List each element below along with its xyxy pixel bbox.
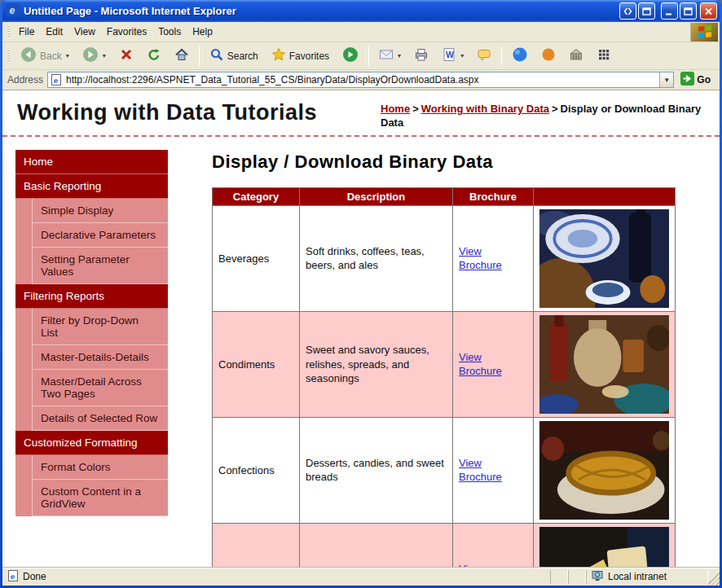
discuss-icon [477,47,491,64]
titlebar[interactable]: e Untitled Page - Microsoft Internet Exp… [2,0,720,22]
intranet-zone-icon [592,570,604,584]
toolbar: Back ▾ ▾ Search Favorites [2,42,720,70]
description-cell: Desserts, candies, and sweet breads [300,417,453,523]
search-label: Search [227,50,258,62]
sidebar-item-format-colors[interactable]: Format Colors [32,455,168,480]
zone-label: Local intranet [608,571,667,582]
stop-button[interactable] [113,44,139,68]
table-row: Condiments Sweet and savory sauces, reli… [213,311,676,417]
breadcrumb-separator: > [549,103,561,115]
forward-button[interactable]: ▾ [77,43,112,68]
search-button[interactable]: Search [204,44,264,68]
sidebar-item-setting-parameter-values[interactable]: Setting Parameter Values [32,248,168,284]
sidebar-item-basic-reporting[interactable]: Basic Reporting [15,174,168,199]
forward-caret-icon: ▾ [103,52,106,59]
media-button[interactable] [337,43,364,68]
sidebar-item-filter-by-dropdown-list[interactable]: Filter by Drop-Down List [32,309,168,345]
menu-file[interactable]: File [13,24,40,40]
go-icon [680,72,694,88]
page-title: Display / Download Binary Data [212,151,703,173]
grid-button[interactable] [591,44,617,68]
ie-logo-icon: e [7,3,20,20]
menu-view[interactable]: View [68,24,101,40]
refresh-icon [147,47,161,64]
address-input[interactable] [64,74,659,86]
sidebar-item-home[interactable]: Home [15,150,168,174]
view-brochure-link[interactable]: View Brochure [459,244,527,273]
edit-word-button[interactable]: W ▾ [436,44,469,68]
resize-grip[interactable] [708,568,720,586]
menu-edit[interactable]: Edit [40,24,68,40]
sidebar-item-master-details-details[interactable]: Master-Details-Details [32,345,168,370]
window-title: Untitled Page - Microsoft Internet Explo… [24,5,615,17]
main-panel: Display / Download Binary Data Category … [212,150,720,567]
edit-caret-icon: ▾ [460,52,464,59]
refresh-button[interactable] [141,44,167,68]
svg-text:e: e [10,4,15,15]
back-label: Back [40,50,62,62]
sidebar-item-details-of-selected-row[interactable]: Details of Selected Row [32,406,168,431]
category-cell: Confections [213,417,300,523]
column-header-category: Category [213,187,300,205]
print-button[interactable] [408,44,434,68]
description-cell: Sweet and savory sauces, relishes, sprea… [300,311,453,417]
breadcrumb-section-link[interactable]: Working with Binary Data [421,103,549,115]
favorites-label: Favorites [289,50,329,62]
column-header-brochure: Brochure [453,187,534,205]
maximize-button[interactable] [680,2,697,20]
window-icon[interactable] [638,2,655,20]
close-button[interactable] [700,2,717,20]
home-button[interactable] [169,44,195,68]
sidebar-item-filtering-reports[interactable]: Filtering Reports [15,284,168,309]
address-label: Address [6,74,43,86]
address-dropdown-button[interactable]: ▼ [659,72,673,87]
orange-tool-button[interactable] [535,44,561,68]
discuss-button[interactable] [471,44,497,68]
minimize-button[interactable] [661,2,678,20]
category-cell: Dairy [213,523,300,567]
breadcrumb-separator: > [410,103,421,115]
site-title: Working with Data Tutorials [17,100,317,125]
bank-icon [569,47,583,64]
back-button[interactable]: Back ▾ [15,43,75,68]
statusbar-pane [550,570,568,584]
menubar: File Edit View Favorites Tools Help [2,22,720,42]
double-chevron-icon[interactable] [619,2,636,20]
column-header-image [534,187,676,205]
beverages-photo [534,205,676,311]
menu-favorites[interactable]: Favorites [101,24,152,40]
menu-tools[interactable]: Tools [152,24,187,40]
favorites-button[interactable]: Favorites [266,44,335,68]
view-brochure-link[interactable]: View Brochure [459,562,527,567]
security-zone: Local intranet [586,570,708,584]
category-cell: Condiments [213,311,300,417]
addressbar: Address e ▼ Go [2,70,720,90]
dairy-photo [534,523,676,567]
table-row: Dairy Cheeses View Brochure [213,523,676,567]
toolbar-grip[interactable] [7,50,10,63]
breadcrumb-home-link[interactable]: Home [381,103,410,115]
menubar-grip[interactable] [7,25,10,38]
view-brochure-link[interactable]: View Brochure [459,350,527,379]
messenger-button[interactable] [506,43,534,68]
sidebar-item-custom-content-gridview[interactable]: Custom Content in a GridView [32,480,168,516]
mail-button[interactable]: ▾ [373,44,407,68]
condiments-photo [534,311,676,417]
go-button[interactable]: Go [678,70,716,90]
bank-button[interactable] [563,44,589,68]
mail-icon [379,47,394,64]
column-header-description: Description [300,187,453,205]
toolbar-separator [368,46,369,66]
sidebar-item-declarative-parameters[interactable]: Declarative Parameters [32,223,168,248]
categories-table: Category Description Brochure Beverages … [212,187,676,567]
description-cell: Cheeses [300,523,453,567]
sidebar-nav: Home Basic Reporting Simple Display Decl… [15,150,168,516]
sidebar-item-customized-formatting[interactable]: Customized Formatting [15,431,168,455]
confections-photo [534,417,676,523]
svg-text:e: e [11,571,15,580]
sidebar-item-master-detail-two-pages[interactable]: Master/Detail Across Two Pages [32,370,168,406]
menu-help[interactable]: Help [187,24,218,40]
sidebar-item-simple-display[interactable]: Simple Display [32,199,168,223]
table-row: Confections Desserts, candies, and sweet… [213,417,676,523]
view-brochure-link[interactable]: View Brochure [459,456,527,485]
